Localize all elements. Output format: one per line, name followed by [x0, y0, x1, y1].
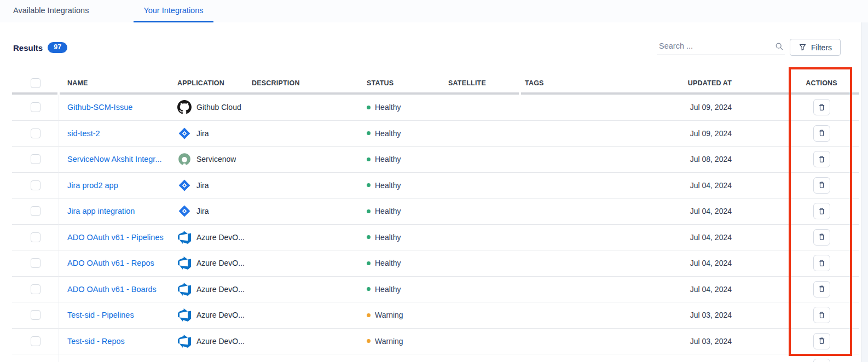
updated-at-cell: Jul 04, 2024: [658, 285, 789, 294]
status-label: Healthy: [375, 233, 401, 242]
table-row: Github-SCM-IssueGithub CloudHealthyJul 0…: [12, 95, 859, 121]
status-dot: [367, 106, 371, 109]
name-cell: Jira app integration: [59, 207, 174, 215]
actions-cell: [789, 229, 854, 246]
delete-integration-button[interactable]: [813, 203, 830, 219]
table-row: ADO OAuth v61 - ReposAzure DevO...Health…: [12, 250, 859, 277]
delete-integration-button[interactable]: [813, 229, 830, 246]
row-select-cell: [12, 102, 59, 112]
status-cell: Healthy: [367, 207, 448, 215]
status-label: Healthy: [375, 207, 401, 215]
delete-integration-button[interactable]: [813, 307, 830, 323]
integration-name-link[interactable]: Jira app integration: [67, 207, 174, 215]
row-checkbox[interactable]: [31, 129, 40, 138]
table-row: Test-sid - PipelinesAzure DevO...Warning…: [12, 302, 859, 329]
updated-at-cell: Jul 08, 2024: [658, 155, 789, 164]
delete-integration-button[interactable]: [813, 177, 830, 194]
actions-cell: [789, 125, 854, 142]
integration-name-link[interactable]: Test-sid - Repos: [67, 337, 174, 346]
row-checkbox[interactable]: [31, 232, 40, 242]
application-cell: Servicenow: [174, 152, 252, 166]
name-cell: ADO OAuth v61 - Repos: [59, 259, 174, 267]
select-all-checkbox[interactable]: [31, 78, 40, 88]
delete-integration-button[interactable]: [813, 99, 830, 115]
updated-at-cell: Jul 03, 2024: [658, 311, 789, 319]
trash-icon: [818, 181, 826, 189]
status-cell: Healthy: [367, 155, 448, 164]
status-cell: Healthy: [367, 259, 448, 267]
results-summary: Results 97: [13, 39, 67, 56]
updated-at-cell: Jul 09, 2024: [658, 103, 789, 112]
row-checkbox[interactable]: [31, 336, 40, 346]
delete-integration-button[interactable]: [813, 151, 830, 167]
row-select-cell: [12, 284, 59, 294]
actions-cell: [789, 281, 854, 297]
delete-integration-button[interactable]: [813, 359, 830, 362]
status-label: Healthy: [375, 181, 401, 190]
filters-button[interactable]: Filters: [790, 39, 841, 56]
row-checkbox[interactable]: [31, 102, 40, 112]
status-label: Healthy: [375, 103, 401, 112]
delete-integration-button[interactable]: [813, 281, 830, 297]
column-header-updated-at: UPDATED AT: [658, 79, 789, 87]
integration-name-link[interactable]: ADO OAuth v61 - Boards: [67, 285, 174, 294]
actions-cell: [789, 359, 854, 362]
table-header-row: NAME APPLICATION DESCRIPTION STATUS SATE…: [12, 73, 859, 95]
table-row: Test-sid - ReposAzure DevO...WarningJul …: [12, 329, 859, 355]
column-header-status: STATUS: [367, 79, 448, 87]
status-cell: Healthy: [367, 181, 448, 190]
row-checkbox[interactable]: [31, 206, 40, 216]
row-select-cell: [12, 154, 59, 164]
actions-cell: [789, 177, 854, 194]
name-cell: Jira prod2 app: [59, 181, 174, 190]
application-label: Azure DevO...: [196, 337, 245, 346]
status-dot: [367, 183, 371, 187]
updated-at-cell: Jul 09, 2024: [658, 129, 789, 138]
status-dot: [367, 339, 371, 343]
application-cell: Azure DevO...: [174, 308, 252, 322]
status-label: Healthy: [375, 155, 401, 164]
column-header-application: APPLICATION: [174, 79, 252, 87]
status-label: Healthy: [375, 129, 401, 138]
row-checkbox[interactable]: [31, 284, 40, 294]
application-label: Github Cloud: [196, 103, 241, 112]
integration-name-link[interactable]: Jira prod2 app: [67, 181, 174, 190]
row-checkbox[interactable]: [31, 258, 40, 268]
status-dot: [367, 131, 371, 135]
jira-icon: [177, 204, 192, 218]
application-cell: Jira: [174, 126, 252, 141]
updated-at-cell: Jul 04, 2024: [658, 181, 789, 190]
actions-cell: [789, 99, 854, 115]
filter-funnel-icon: [798, 43, 807, 51]
actions-cell: [789, 203, 854, 219]
delete-integration-button[interactable]: [813, 333, 830, 349]
trash-icon: [818, 129, 826, 137]
integration-name-link[interactable]: Test-sid - Pipelines: [67, 311, 174, 319]
delete-integration-button[interactable]: [813, 125, 830, 142]
name-cell: Github-SCM-Issue: [59, 103, 174, 112]
integration-name-link[interactable]: ServiceNow Akshit Integr...: [67, 155, 174, 164]
row-checkbox[interactable]: [31, 154, 40, 164]
tab-bar: Available Integrations Your Integrations: [0, 0, 868, 23]
servicenow-icon: [177, 152, 192, 166]
row-select-cell: [12, 336, 59, 346]
search-input[interactable]: [657, 38, 768, 54]
trash-icon: [818, 259, 826, 267]
application-cell: Azure DevO...: [174, 334, 252, 348]
integration-name-link[interactable]: ADO OAuth v61 - Pipelines: [67, 233, 174, 242]
tab-your-integrations[interactable]: Your Integrations: [134, 0, 213, 22]
results-label: Results: [13, 43, 43, 52]
row-checkbox[interactable]: [31, 310, 40, 320]
integration-name-link[interactable]: Github-SCM-Issue: [67, 103, 174, 112]
github-icon: [177, 100, 192, 114]
application-cell: Azure DevO...: [174, 256, 252, 270]
status-cell: Healthy: [367, 285, 448, 294]
tab-available-integrations[interactable]: Available Integrations: [3, 0, 99, 22]
row-checkbox[interactable]: [31, 180, 40, 190]
table-row: sid-test-2JiraHealthyJul 09, 2024: [12, 121, 859, 147]
status-cell: Healthy: [367, 233, 448, 242]
actions-cell: [789, 255, 854, 271]
delete-integration-button[interactable]: [813, 255, 830, 271]
integration-name-link[interactable]: sid-test-2: [67, 129, 174, 138]
integration-name-link[interactable]: ADO OAuth v61 - Repos: [67, 259, 174, 267]
